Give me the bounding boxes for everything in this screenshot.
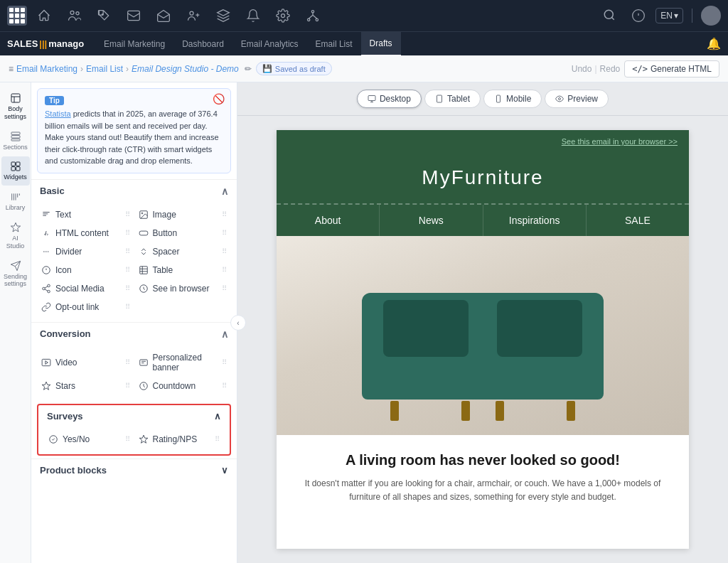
tablet-view-button[interactable]: Tablet	[424, 90, 481, 108]
bell-icon-btn[interactable]	[240, 3, 266, 28]
main-layout: Body settings Sections Widgets Library A…	[0, 82, 728, 563]
drag-handle[interactable]: ⠿	[215, 435, 220, 443]
breadcrumb-email-marketing[interactable]: Email Marketing	[16, 64, 77, 74]
preview-button[interactable]: Preview	[545, 90, 609, 108]
drag-handle[interactable]: ⠿	[222, 284, 227, 292]
mobile-view-button[interactable]: Mobile	[483, 90, 542, 108]
user-avatar[interactable]	[701, 6, 721, 26]
settings-icon-btn[interactable]	[270, 3, 296, 28]
users-icon-btn[interactable]	[61, 3, 87, 28]
drag-handle[interactable]: ⠿	[222, 247, 227, 255]
drag-handle[interactable]: ⠿	[222, 229, 227, 237]
breadcrumb-current[interactable]: Email Design Studio - Demo	[132, 64, 239, 74]
widget-yesno[interactable]: Yes/No ⠿	[44, 430, 134, 449]
desktop-view-button[interactable]: Desktop	[357, 90, 422, 108]
breadcrumb-email-list[interactable]: Email List	[86, 64, 123, 74]
drag-handle[interactable]: ⠿	[125, 210, 130, 218]
drag-handle[interactable]: ⠿	[125, 229, 130, 237]
edit-icon[interactable]: ✏	[245, 64, 252, 74]
widget-rating-nps[interactable]: Rating/NPS ⠿	[134, 430, 225, 449]
widget-table[interactable]: Table ⠿	[134, 261, 232, 279]
user-plus-icon-btn[interactable]	[181, 3, 206, 28]
tip-close-button[interactable]: 🚫	[213, 93, 225, 104]
sidebar-body-settings[interactable]: Body settings	[1, 88, 30, 125]
drag-handle[interactable]: ⠿	[222, 266, 227, 274]
breadcrumb-icon: ≡	[9, 64, 14, 74]
layers-icon-btn[interactable]	[210, 3, 236, 28]
home-icon-btn[interactable]	[31, 3, 57, 28]
nav-drafts[interactable]: Drafts	[361, 32, 401, 56]
email-container: See this email in your browser >> MyFurn…	[277, 130, 689, 549]
svg-rect-15	[11, 139, 20, 141]
drag-handle[interactable]: ⠿	[222, 358, 227, 366]
widget-video[interactable]: Video ⠿	[37, 348, 134, 377]
app-grid-button[interactable]	[7, 6, 27, 26]
product-blocks-section-header[interactable]: Product blocks ∨	[31, 459, 237, 481]
network-icon-btn[interactable]	[300, 3, 326, 28]
widget-button[interactable]: Button ⠿	[134, 224, 232, 242]
drag-handle[interactable]: ⠿	[125, 247, 130, 255]
panel-collapse-button[interactable]: ‹	[230, 315, 246, 331]
mail-open-icon-btn[interactable]	[151, 3, 176, 28]
search-icon[interactable]	[603, 9, 616, 23]
see-in-browser-link[interactable]: See this email in your browser >>	[562, 137, 678, 146]
conversion-widgets-grid: Video ⠿ Personalized banner ⠿ Stars ⠿ Co…	[31, 345, 237, 401]
basic-section-header[interactable]: Basic ∧	[31, 179, 237, 203]
notification-bell-icon[interactable]: 🔔	[707, 37, 721, 50]
surveys-section: Surveys ∧ Yes/No ⠿ Rating/NPS ⠿	[37, 404, 231, 456]
generate-html-button[interactable]: </> Generate HTML	[624, 60, 719, 77]
sidebar-widgets[interactable]: Widgets	[1, 156, 30, 186]
drag-handle[interactable]: ⠿	[125, 303, 130, 311]
email-nav-about[interactable]: About	[277, 205, 380, 236]
email-nav-news[interactable]: News	[380, 205, 483, 236]
statista-link[interactable]: Statista	[45, 109, 71, 118]
drag-handle[interactable]: ⠿	[222, 210, 227, 218]
svg-point-7	[311, 11, 314, 13]
nav-dashboard[interactable]: Dashboard	[173, 32, 232, 56]
email-sofa-image	[277, 236, 689, 435]
email-nav-sale[interactable]: SALE	[587, 205, 689, 236]
sidebar-ai-studio[interactable]: AI Studio	[1, 218, 30, 254]
surveys-section-header[interactable]: Surveys ∧	[38, 405, 230, 427]
widget-stars[interactable]: Stars ⠿	[37, 377, 134, 395]
svg-rect-4	[128, 11, 140, 20]
widget-spacer[interactable]: Spacer ⠿	[134, 242, 232, 261]
tip-box: Tip Statista predicts that in 2025, an a…	[37, 88, 231, 173]
email-nav-inspirations[interactable]: Inspirations	[483, 205, 587, 236]
widget-divider[interactable]: Divider ⠿	[37, 242, 134, 261]
info-icon-btn[interactable]	[626, 3, 651, 28]
widget-icon[interactable]: Icon ⠿	[37, 261, 134, 279]
undo-button[interactable]: Undo	[572, 64, 592, 74]
widget-see-in-browser[interactable]: See in browser ⠿	[134, 279, 232, 298]
svg-rect-16	[11, 162, 15, 166]
widget-optout[interactable]: Opt-out link ⠿	[37, 298, 134, 316]
drag-handle[interactable]: ⠿	[125, 358, 130, 366]
widget-image[interactable]: Image ⠿	[134, 205, 232, 224]
redo-button[interactable]: Redo	[600, 64, 621, 74]
widget-personalized-banner[interactable]: Personalized banner ⠿	[134, 348, 232, 377]
svg-point-3	[102, 14, 104, 16]
sidebar-sections[interactable]: Sections	[1, 127, 30, 156]
widget-text[interactable]: Text ⠿	[37, 205, 134, 224]
mail-icon-btn[interactable]	[121, 3, 146, 28]
sidebar-library[interactable]: Library	[1, 187, 30, 216]
nav-email-list[interactable]: Email List	[307, 32, 361, 56]
conversion-section-header[interactable]: Conversion ∧	[31, 322, 237, 345]
widget-countdown[interactable]: Countdown ⠿	[134, 377, 232, 395]
tag-icon-btn[interactable]	[91, 3, 117, 28]
svg-rect-32	[139, 359, 147, 365]
nav-email-marketing[interactable]: Email Marketing	[95, 32, 173, 56]
svg-rect-12	[11, 94, 20, 102]
drag-handle[interactable]: ⠿	[222, 382, 227, 390]
drag-handle[interactable]: ⠿	[125, 435, 130, 443]
nav-email-analytics[interactable]: Email Analytics	[232, 32, 307, 56]
language-selector[interactable]: EN ▾	[655, 8, 683, 23]
svg-rect-39	[497, 95, 500, 102]
drag-handle[interactable]: ⠿	[125, 266, 130, 274]
sidebar-sending-settings[interactable]: Sending settings	[1, 256, 30, 293]
widget-html[interactable]: HTML content ⠿	[37, 224, 134, 242]
drag-handle[interactable]: ⠿	[125, 284, 130, 292]
widget-social-media[interactable]: Social Media ⠿	[37, 279, 134, 298]
tip-label: Tip	[45, 96, 64, 105]
drag-handle[interactable]: ⠿	[125, 382, 130, 390]
